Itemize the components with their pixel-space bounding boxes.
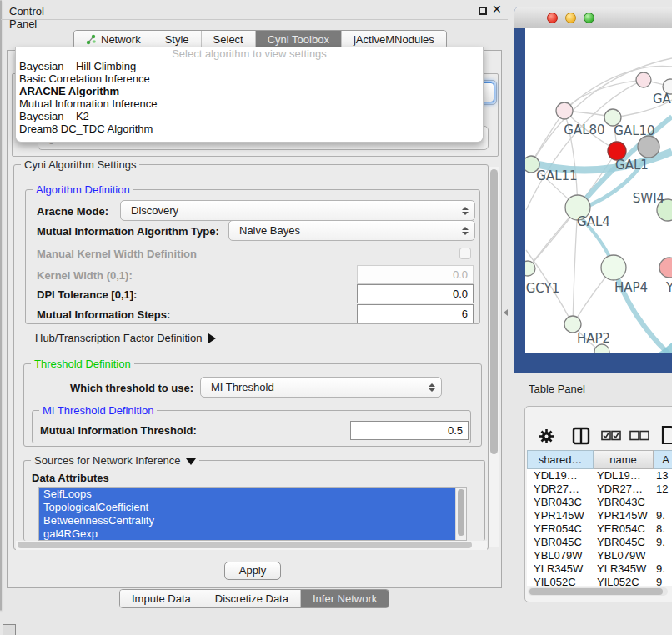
manual-kernel-label: Manual Kernel Width Definition bbox=[37, 248, 197, 260]
node-gray[interactable] bbox=[638, 136, 659, 158]
chevron-updown-icon bbox=[462, 207, 469, 215]
group-title: Threshold Definition bbox=[31, 358, 134, 370]
svg-text:HAP2: HAP2 bbox=[577, 331, 610, 346]
table-header-row: shared… name A bbox=[527, 450, 672, 469]
collapse-down-icon bbox=[186, 458, 196, 465]
bottom-tabs: Impute Data Discretize Data Infer Networ… bbox=[119, 589, 389, 608]
list-item-topologicalcoefficient[interactable]: TopologicalCoefficient bbox=[39, 501, 455, 514]
tab-select[interactable]: Select bbox=[202, 31, 256, 48]
svg-text:Y: Y bbox=[665, 280, 672, 295]
popup-item-mutual-information[interactable]: Mutual Information Inference bbox=[16, 98, 483, 110]
tab-network[interactable]: Network bbox=[74, 31, 153, 48]
svg-text:GAL4: GAL4 bbox=[577, 214, 610, 229]
tab-jactivemnodules[interactable]: jActiveMNodules bbox=[342, 31, 446, 48]
popup-prompt: Select algorithm to view settings bbox=[16, 48, 483, 60]
mi-threshold-label: Mutual Information Threshold: bbox=[40, 424, 197, 437]
table-panel-title: Table Panel bbox=[529, 382, 585, 395]
hub-definition-expander[interactable]: Hub/Transcription Factor Definition bbox=[35, 332, 216, 344]
chevron-updown-icon bbox=[462, 227, 469, 235]
group-title: MI Threshold Definition bbox=[39, 404, 157, 417]
document-icon[interactable] bbox=[661, 425, 672, 445]
group-title: Cyni Algorithm Settings bbox=[21, 158, 139, 171]
svg-text:SWI4: SWI4 bbox=[633, 191, 664, 206]
panel-grip-icon[interactable] bbox=[3, 624, 16, 635]
list-item-selfloops[interactable]: SelfLoops bbox=[39, 488, 455, 501]
kernel-width-label: Kernel Width (0,1): bbox=[37, 269, 133, 282]
node-pink-top[interactable] bbox=[636, 72, 651, 88]
tab-discretize-data[interactable]: Discretize Data bbox=[203, 590, 301, 608]
popup-item-bayesian-hill-climbing[interactable]: Bayesian – Hill Climbing bbox=[16, 60, 483, 72]
threshold-combobox[interactable]: MI Threshold bbox=[200, 377, 442, 398]
which-threshold-label: Which threshold to use: bbox=[70, 382, 193, 394]
unchecked-boxes-icon[interactable] bbox=[629, 430, 649, 441]
table-row: YIL052CYIL052C9 bbox=[527, 576, 672, 586]
popup-item-aracne[interactable]: ARACNE Algorithm bbox=[16, 85, 483, 98]
node-gal80[interactable] bbox=[556, 102, 573, 119]
column-header-shared[interactable]: shared… bbox=[527, 450, 594, 469]
network-edges bbox=[525, 58, 672, 353]
float-icon[interactable] bbox=[479, 7, 487, 15]
control-panel-window: Control Panel ✕ bbox=[0, 0, 2, 611]
svg-text:GAL10: GAL10 bbox=[614, 123, 654, 138]
node-salmon-right[interactable] bbox=[659, 258, 672, 278]
data-attributes-label: Data Attributes bbox=[32, 472, 109, 484]
mi-threshold-field[interactable]: 0.5 bbox=[350, 421, 469, 440]
data-attributes-list[interactable]: SelfLoops TopologicalCoefficient Between… bbox=[38, 487, 467, 541]
expand-right-icon[interactable] bbox=[208, 333, 216, 343]
titlebar-divider bbox=[1, 19, 508, 20]
close-traffic-light-icon[interactable] bbox=[547, 12, 558, 23]
popup-item-dream8[interactable]: Dream8 DC_TDC Algorithm bbox=[16, 122, 483, 135]
list-item-gal4rgexp[interactable]: gal4RGexp bbox=[39, 528, 455, 541]
column-header-partial[interactable]: A bbox=[654, 450, 672, 469]
scrollbar-thumb[interactable] bbox=[18, 542, 472, 548]
table-toolbar bbox=[524, 421, 672, 451]
svg-text:GAL: GAL bbox=[653, 92, 672, 107]
mi-algorithm-type-combobox[interactable]: Naive Bayes bbox=[228, 220, 475, 241]
svg-text:GCY1: GCY1 bbox=[526, 281, 560, 296]
svg-text:GAL1: GAL1 bbox=[615, 158, 649, 172]
node-hap2[interactable] bbox=[564, 316, 581, 332]
table-row: YDL19…YDL19…13 bbox=[527, 469, 672, 482]
popup-item-bayesian-k2[interactable]: Bayesian – K2 bbox=[16, 110, 483, 122]
mi-type-label: Mutual Information Algorithm Type: bbox=[37, 225, 219, 238]
gear-icon[interactable] bbox=[539, 428, 554, 444]
minimize-traffic-light-icon[interactable] bbox=[565, 12, 576, 23]
kernel-width-field[interactable]: 0.0 bbox=[357, 265, 474, 284]
split-columns-icon[interactable] bbox=[572, 427, 590, 445]
svg-text:HAP4: HAP4 bbox=[614, 280, 648, 295]
aracne-mode-combobox[interactable]: Discovery bbox=[120, 200, 475, 221]
node-gcy1[interactable] bbox=[525, 261, 535, 276]
tab-cyni-toolbox[interactable]: Cyni Toolbox bbox=[256, 31, 342, 48]
sources-expander[interactable]: Sources for Network Inference bbox=[31, 454, 199, 467]
table-body[interactable]: YDL19…YDL19…13 YDR27…YDR27…12 YBR043CYBR… bbox=[527, 469, 672, 586]
list-scrollbar[interactable] bbox=[455, 488, 466, 540]
manual-kernel-checkbox[interactable] bbox=[459, 248, 471, 259]
aracne-mode-label: Aracne Mode: bbox=[37, 205, 108, 218]
dpi-tolerance-label: DPI Tolerance [0,1]: bbox=[37, 288, 137, 301]
panel-title: Control Panel bbox=[9, 5, 44, 30]
mi-steps-field[interactable]: 6 bbox=[357, 304, 474, 323]
table-row: YBR043CYBR043C bbox=[527, 496, 672, 509]
tab-style[interactable]: Style bbox=[153, 31, 202, 48]
tab-impute-data[interactable]: Impute Data bbox=[120, 590, 203, 608]
scrollbar-thumb[interactable] bbox=[490, 169, 498, 454]
zoom-traffic-light-icon[interactable] bbox=[584, 12, 594, 23]
node-hap4[interactable] bbox=[601, 255, 626, 280]
checked-boxes-icon[interactable] bbox=[601, 430, 621, 441]
dpi-tolerance-field[interactable]: 0.0 bbox=[357, 284, 474, 303]
column-header-name[interactable]: name bbox=[594, 450, 654, 469]
apply-button[interactable]: Apply bbox=[224, 562, 281, 580]
tab-infer-network[interactable]: Infer Network bbox=[301, 590, 389, 608]
close-icon[interactable]: ✕ bbox=[492, 2, 502, 16]
network-canvas[interactable]: GAL GAL80 GAL10 GAL1 GAL11 GAL4 SWI4 GCY… bbox=[525, 28, 672, 353]
network-icon bbox=[86, 34, 97, 45]
scrollbar-thumb[interactable] bbox=[458, 489, 464, 536]
list-item-betweennesscentrality[interactable]: BetweennessCentrality bbox=[39, 514, 455, 528]
mi-steps-label: Mutual Information Steps: bbox=[37, 308, 170, 321]
popup-item-basic-correlation[interactable]: Basic Correlation Inference bbox=[16, 72, 483, 85]
scrollbar-thumb[interactable] bbox=[529, 588, 663, 595]
table-row: YBL079WYBL079W bbox=[527, 549, 672, 562]
table-row: YBR045CYBR045C9. bbox=[527, 536, 672, 549]
splitter-collapse-icon[interactable] bbox=[504, 309, 508, 316]
table-row: YLR345WYLR345W9. bbox=[527, 562, 672, 576]
